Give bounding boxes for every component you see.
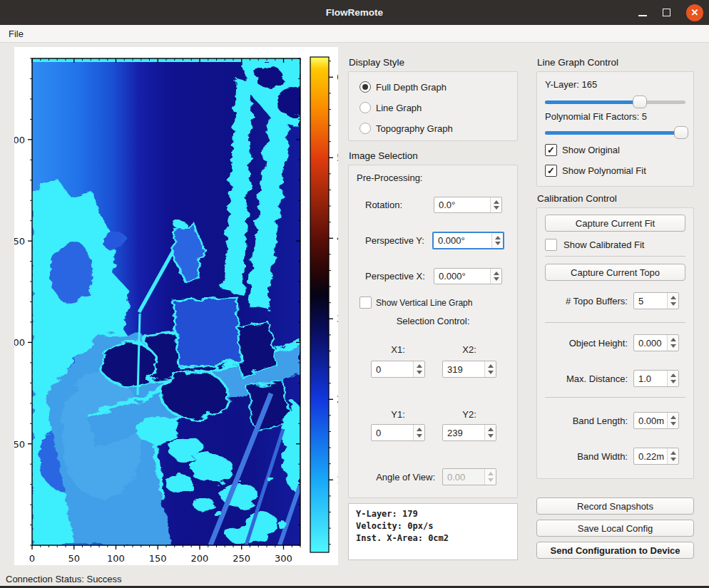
show-vertical-line-checkbox[interactable]: ✓ (359, 296, 372, 309)
max-distance-value: 1.0 (634, 371, 667, 386)
check-icon: ✓ (547, 166, 555, 175)
display-style-title: Display Style (349, 57, 404, 68)
menu-file[interactable]: File (0, 29, 32, 39)
y2-spinbox[interactable]: 239 (442, 424, 496, 441)
perspective-y-value: 0.000° (434, 233, 491, 248)
capture-current-topo-button[interactable]: Capture Current Topo (545, 264, 685, 281)
topo-buffers-spinbox[interactable]: 5 (633, 292, 679, 309)
depth-heatmap-plot: 05010015020025030050100150200123456 (14, 47, 338, 565)
spin-up-icon[interactable] (495, 236, 501, 239)
spin-down-icon[interactable] (670, 458, 676, 461)
max-distance-label: Max. Distance: (528, 373, 628, 384)
spin-down-icon[interactable] (417, 434, 422, 438)
show-original-label: Show Original (562, 145, 620, 155)
radio-line-graph[interactable] (359, 102, 371, 113)
max-distance-spinbox[interactable]: 1.0 (633, 370, 679, 387)
show-polynomial-checkbox[interactable]: ✓ (545, 165, 557, 177)
show-polynomial-label: Show Polynomial Fit (562, 165, 646, 176)
radio-full-depth-graph[interactable] (359, 81, 371, 93)
y1-value: 0 (372, 425, 413, 440)
y2-label: Y2: (442, 409, 496, 420)
line-graph-control-title: Line Graph Control (537, 57, 618, 68)
radio-dot-icon (362, 84, 368, 90)
svg-text:200: 200 (191, 553, 209, 564)
show-vertical-line-label: Show Vertical Line Graph (376, 298, 472, 308)
menu-bar: File (0, 25, 709, 43)
spin-down-icon[interactable] (488, 434, 494, 438)
spin-up-icon[interactable] (417, 364, 422, 368)
svg-text:4: 4 (337, 232, 338, 244)
readout-panel: Y-Layer: 179 Velocity: 0px/s Inst. X-Are… (348, 503, 518, 560)
band-length-value: 0.00m (634, 413, 667, 428)
image-selection-group (348, 165, 518, 498)
angle-of-view-spinbox: 0.00 (442, 468, 496, 485)
y-layer-slider[interactable] (545, 96, 685, 108)
divider (545, 256, 685, 257)
divider (545, 397, 685, 398)
send-configuration-button[interactable]: Send Configuration to Device (536, 542, 694, 559)
perspective-x-spinbox[interactable]: 0.000° (434, 268, 502, 284)
svg-text:300: 300 (275, 553, 292, 564)
svg-text:5: 5 (337, 152, 338, 163)
spin-up-icon[interactable] (670, 373, 676, 377)
spin-up-icon[interactable] (670, 338, 676, 341)
minimize-icon[interactable] (638, 15, 647, 16)
spin-down-icon[interactable] (494, 277, 499, 281)
window-title: FlowRemote (326, 7, 383, 18)
band-width-spinbox[interactable]: 0.22m (633, 448, 679, 465)
radio-line-graph-label: Line Graph (376, 103, 422, 113)
spin-down-icon[interactable] (494, 206, 499, 210)
connection-status: Connection Status: Success (6, 574, 122, 584)
spin-up-icon[interactable] (417, 428, 422, 431)
slider-handle[interactable] (633, 96, 647, 108)
perspective-y-spinbox[interactable]: 0.000° (432, 232, 504, 249)
spin-up-icon[interactable] (670, 451, 676, 455)
close-icon[interactable]: ✕ (686, 4, 703, 21)
spin-down-icon[interactable] (417, 371, 422, 374)
svg-text:50: 50 (14, 439, 25, 450)
object-height-spinbox[interactable]: 0.000 (633, 334, 679, 351)
spin-up-icon[interactable] (488, 364, 494, 368)
slider-track (545, 100, 685, 104)
object-height-label: Object Height: (528, 338, 628, 349)
svg-text:250: 250 (233, 553, 250, 564)
y2-value: 239 (443, 425, 484, 440)
slider-fill (545, 131, 681, 135)
record-snapshots-button[interactable]: Record Snapshots (536, 497, 694, 515)
spin-down-icon[interactable] (670, 380, 676, 383)
radio-topography-graph[interactable] (359, 123, 371, 134)
spin-up-icon[interactable] (494, 200, 499, 204)
save-local-config-button[interactable]: Save Local Config (536, 520, 694, 537)
show-original-checkbox[interactable]: ✓ (545, 144, 557, 156)
show-calibrated-fit-checkbox[interactable]: ✓ (545, 239, 557, 251)
svg-text:0: 0 (29, 553, 35, 564)
readout-y-layer: Y-Layer: 179 (356, 508, 510, 520)
perspective-x-label: Perspective X: (365, 271, 425, 282)
x1-spinbox[interactable]: 0 (371, 361, 425, 378)
capture-current-fit-button[interactable]: Capture Current Fit (545, 215, 685, 232)
spin-down-icon[interactable] (488, 371, 494, 374)
svg-text:6: 6 (337, 71, 338, 83)
rotation-spinbox[interactable]: 0.0° (434, 197, 502, 213)
topo-buffers-label: # Topo Buffers: (528, 296, 628, 306)
spin-down-icon[interactable] (670, 344, 676, 348)
spin-down-icon[interactable] (495, 242, 501, 245)
topo-buffers-value: 5 (634, 293, 667, 309)
maximize-icon[interactable] (663, 9, 670, 16)
spin-up-icon[interactable] (494, 272, 499, 275)
poly-fit-slider[interactable] (545, 126, 685, 139)
slider-handle[interactable] (674, 126, 688, 139)
readout-velocity: Velocity: 0px/s (356, 520, 510, 532)
x2-spinbox[interactable]: 319 (442, 361, 496, 378)
selection-control-label: Selection Control: (348, 316, 518, 326)
spin-down-icon[interactable] (670, 302, 676, 306)
spin-up-icon[interactable] (670, 416, 676, 419)
y1-spinbox[interactable]: 0 (371, 424, 425, 441)
spin-up-icon[interactable] (488, 428, 494, 431)
svg-text:2: 2 (337, 393, 338, 405)
spin-down-icon[interactable] (670, 422, 676, 425)
x1-value: 0 (372, 361, 413, 377)
spin-up-icon (488, 472, 494, 475)
spin-up-icon[interactable] (670, 296, 676, 299)
band-length-spinbox[interactable]: 0.00m (633, 412, 679, 429)
